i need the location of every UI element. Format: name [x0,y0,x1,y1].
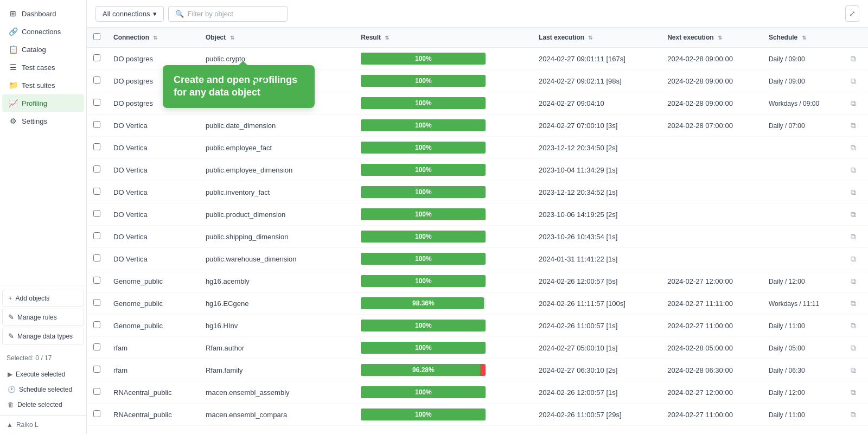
row-action-icon[interactable]: ⧉ [851,76,856,85]
row-checkbox[interactable] [93,410,100,417]
row-checkbox-cell [87,70,107,92]
row-checkbox[interactable] [93,388,100,395]
row-action-icon[interactable]: ⧉ [851,321,856,330]
filter-container: 🔍 [168,6,288,22]
table-row: DO Vertica public.employee_dimension 100… [87,159,868,181]
row-action-icon[interactable]: ⧉ [851,188,856,196]
result-bar-container: 100% [361,119,486,131]
row-checkbox[interactable] [93,165,100,173]
sort-result-icon: ⇅ [385,35,389,41]
cell-schedule: Daily / 09:00 [762,48,844,70]
row-action-icon[interactable]: ⧉ [851,121,856,130]
row-action-icon[interactable]: ⧉ [851,232,856,241]
execute-bulk-icon: ▶ [8,371,12,378]
cell-connection: Genome_public [107,292,199,315]
cell-connection: DO Vertica [107,159,199,181]
row-action-icon[interactable]: ⧉ [851,343,856,352]
cell-schedule: Daily / 06:30 [762,359,844,381]
row-checkbox-cell [87,315,107,337]
table-row: rfam Rfam.family 96.28% 2024-02-27 06:30… [87,359,868,381]
delete-bulk-label: Delete selected [17,401,62,409]
row-checkbox[interactable] [93,99,100,106]
header-schedule[interactable]: Schedule ⇅ [762,28,844,48]
table-row: DO Vertica public.inventory_fact 100% 20… [87,181,868,203]
result-bar-label: 100% [415,122,432,129]
result-bar-container: 96.28% [361,364,486,376]
row-action-icon[interactable]: ⧉ [851,210,856,219]
row-action-icon[interactable]: ⧉ [851,299,856,308]
cell-object: hg16.acembly [199,270,354,292]
cell-object: hg16.ECgene [199,292,354,315]
row-action-icon[interactable]: ⧉ [851,388,856,397]
row-checkbox[interactable] [93,343,100,350]
sidebar-item-connections[interactable]: 🔗Connections [2,23,84,40]
add-objects-icon: + [8,294,12,302]
result-bar-container: 100% [361,320,486,331]
connections-icon: 🔗 [9,27,17,36]
row-checkbox[interactable] [93,76,100,84]
cell-result: 100% [354,181,532,203]
row-checkbox-cell [87,359,107,381]
cell-action: ⧉ [844,159,868,181]
table-row: Genome_public hg16.ECgene 98.36% 2024-02… [87,292,868,315]
expand-button[interactable]: ⤢ [845,5,859,22]
row-checkbox[interactable] [93,299,100,306]
schedule-value: Daily / 11:00 [769,411,805,419]
row-action-icon[interactable]: ⧉ [851,410,856,419]
cell-action: ⧉ [844,70,868,92]
row-checkbox[interactable] [93,254,100,261]
header-next-execution[interactable]: Next execution ⇅ [661,28,762,48]
sidebar-item-profiling[interactable]: 📈Profiling [2,94,84,112]
row-action-icon[interactable]: ⧉ [851,277,856,285]
toolbar-right: ⤢ [845,5,859,22]
cell-next-exec: 2024-02-27 11:00:00 [661,315,762,337]
connections-dropdown[interactable]: All connections ▾ [95,6,164,22]
row-checkbox[interactable] [93,54,100,61]
cell-object: public.product_dimension [199,203,354,226]
sidebar-item-test-suites[interactable]: 📁Test suites [2,76,84,94]
row-checkbox[interactable] [93,321,100,328]
cell-last-exec: 2024-02-26 11:11:57 [100s] [532,292,661,315]
table-header-row: Connection ⇅ Object ⇅ Result ⇅ Last exec… [87,28,868,48]
row-checkbox[interactable] [93,277,100,284]
row-checkbox[interactable] [93,366,100,373]
cell-result: 98.36% [354,292,532,315]
filter-input[interactable] [187,10,280,18]
result-bar-label: 100% [415,166,432,174]
add-objects-button[interactable]: +Add objects [2,290,84,307]
header-result[interactable]: Result ⇅ [354,28,532,48]
execute-bulk-button[interactable]: ▶Execute selected [2,367,84,381]
manage-types-button[interactable]: ✎Manage data types [2,328,84,344]
row-checkbox[interactable] [93,121,100,128]
header-last-execution[interactable]: Last execution ⇅ [532,28,661,48]
cell-schedule: Daily / 11:00 [762,315,844,337]
sidebar-item-settings[interactable]: ⚙Settings [2,112,84,130]
row-checkbox[interactable] [93,188,100,195]
schedule-bulk-button[interactable]: 🕐Schedule selected [2,382,84,397]
cell-last-exec: 2024-02-26 12:00:57 [5s] [532,270,661,292]
row-action-icon[interactable]: ⧉ [851,54,856,63]
header-object[interactable]: Object ⇅ [199,28,354,48]
row-action-icon[interactable]: ⧉ [851,254,856,263]
schedule-value: Daily / 07:00 [769,122,805,130]
row-checkbox[interactable] [93,210,100,217]
cell-schedule: Daily / 07:00 [762,114,844,137]
sidebar-item-catalog[interactable]: 📋Catalog [2,41,84,58]
tooltip-popup: Create and open profilings for any data … [163,65,315,108]
row-action-icon[interactable]: ⧉ [851,143,856,152]
delete-bulk-button[interactable]: 🗑Delete selected [2,398,84,412]
row-action-icon[interactable]: ⧉ [851,165,856,174]
row-action-icon[interactable]: ⧉ [851,99,856,107]
header-connection[interactable]: Connection ⇅ [107,28,199,48]
row-checkbox-cell [87,92,107,114]
row-checkbox[interactable] [93,232,100,239]
cell-last-exec: 2024-02-27 05:00:10 [1s] [532,337,661,359]
select-all-checkbox[interactable] [93,33,100,40]
sidebar-item-test-cases[interactable]: ☰Test cases [2,59,84,76]
row-action-icon[interactable]: ⧉ [851,366,856,374]
delete-bulk-icon: 🗑 [8,401,14,409]
sidebar-item-dashboard[interactable]: ⊞Dashboard [2,5,84,22]
manage-rules-button[interactable]: ✎Manage rules [2,309,84,326]
row-checkbox[interactable] [93,143,100,150]
cell-schedule [762,248,844,270]
